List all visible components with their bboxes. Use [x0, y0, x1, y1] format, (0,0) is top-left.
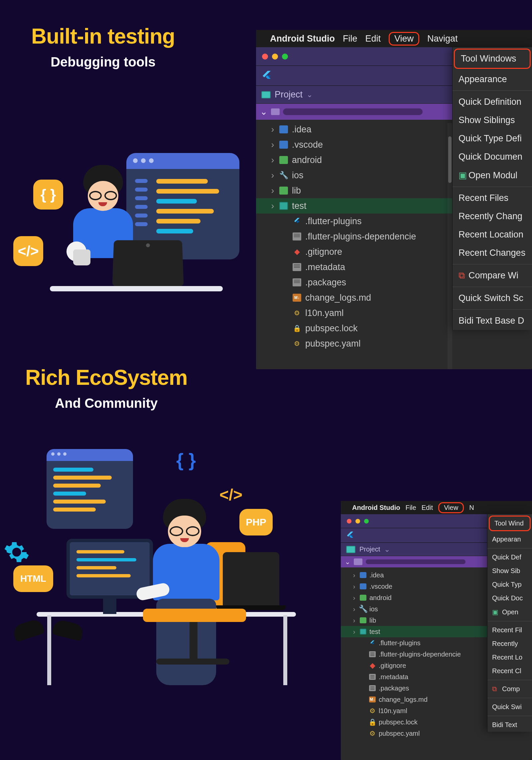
folder-icon [360, 629, 366, 635]
heading-built-in-testing: Built-in testing Debugging tools [31, 24, 175, 70]
caret-right-icon[interactable]: › [351, 605, 357, 613]
menu-item-label: Tool Windows [461, 54, 516, 64]
traffic-lights[interactable] [256, 49, 294, 64]
scrollbar[interactable] [448, 123, 452, 369]
menu-item[interactable]: ▣Open Modul [453, 166, 532, 185]
folder-icon [354, 558, 362, 565]
menubar-item-edit[interactable]: Edit [365, 34, 381, 44]
caret-right-icon[interactable]: › [270, 155, 275, 165]
menu-item[interactable]: Quick Typ [487, 578, 532, 591]
menu-item[interactable]: ⧉Comp [487, 682, 532, 696]
menu-item[interactable]: Quick Definition [453, 93, 532, 111]
menu-item[interactable]: Show Siblings [453, 111, 532, 129]
menu-item-label: Recent Location [459, 229, 523, 239]
menu-item[interactable]: ⧉Compare Wi [453, 266, 532, 285]
git-icon: ◆ [293, 248, 301, 256]
menu-item-label: Quick Def [492, 553, 521, 561]
menu-item[interactable]: Tool Wind [489, 516, 531, 531]
caret-down-icon[interactable]: ⌄ [345, 558, 350, 566]
menu-item[interactable]: Show Sib [487, 564, 532, 578]
menu-item[interactable]: Quick Def [487, 550, 532, 564]
tree-item-label: android [292, 155, 322, 165]
chevron-down-icon[interactable]: ⌄ [384, 545, 390, 554]
redacted-project-name [366, 559, 466, 564]
caret-right-icon[interactable]: › [270, 201, 275, 211]
menubar-item-n[interactable]: N [469, 504, 474, 512]
view-menu-dropdown: Tool WindAppearanQuick DefShow SibQuick … [487, 514, 532, 732]
close-icon[interactable] [262, 54, 268, 60]
menu-item[interactable]: Quick Doc [487, 591, 532, 605]
menu-item[interactable]: ▣Open [487, 605, 532, 619]
menubar-item-view[interactable]: View [438, 502, 464, 513]
menu-separator [453, 287, 532, 287]
menu-item[interactable]: Recent Location [453, 226, 532, 244]
caret-down-icon[interactable]: ⌄ [260, 106, 268, 117]
yaml-icon: ⚙ [293, 309, 301, 317]
menubar-item-navigate[interactable]: Navigat [427, 34, 458, 44]
menu-item-label: Recent Changes [459, 248, 525, 258]
folder-icon [360, 583, 366, 589]
minimize-icon[interactable] [272, 54, 278, 60]
menu-item[interactable]: Appearan [487, 532, 532, 546]
menu-item[interactable]: Recent Fil [487, 623, 532, 637]
code-lines [156, 179, 230, 233]
caret-right-icon[interactable]: › [270, 170, 275, 181]
window-dots [133, 158, 154, 163]
flutter-icon [293, 217, 301, 225]
gear-icon [3, 539, 30, 565]
menu-item[interactable]: Recent Changes [453, 244, 532, 262]
menu-item[interactable]: Quick Switch Sc [453, 289, 532, 307]
android-studio-screenshot-small: Android Studio File Edit View N Project … [341, 501, 532, 760]
tree-item-label: lib [292, 186, 301, 196]
menu-item[interactable]: Tool Windows [454, 49, 531, 69]
menu-item[interactable]: Quick Type Defi [453, 129, 532, 148]
maximize-icon[interactable] [282, 54, 288, 60]
menu-item-label: Quick Definition [459, 97, 521, 107]
minimize-icon[interactable] [355, 519, 360, 524]
menu-item-label: Recent Cl [492, 667, 521, 675]
caret-right-icon[interactable]: › [270, 124, 275, 135]
project-icon [261, 91, 271, 98]
caret-right-icon[interactable]: › [351, 628, 357, 636]
maximize-icon[interactable] [364, 519, 369, 524]
menu-item[interactable]: Appearance [453, 70, 532, 88]
menu-item[interactable]: Recently [487, 637, 532, 651]
menu-item[interactable]: Recent Cl [487, 664, 532, 678]
menu-item[interactable]: Quick Swi [487, 700, 532, 714]
menu-separator [487, 698, 532, 698]
tree-item-label: .packages [305, 277, 346, 288]
yaml-icon: ⚙ [369, 730, 376, 736]
tree-item-label: .metadata [379, 673, 408, 681]
menu-item-label: Recent Fil [492, 626, 522, 634]
menu-item[interactable]: Recent Lo [487, 651, 532, 664]
menu-item-label: Show Sib [492, 567, 520, 574]
menu-item[interactable]: Bidi Text Base D [453, 312, 532, 330]
menu-item-label: Show Siblings [459, 115, 515, 125]
menu-item[interactable]: Recent Files [453, 189, 532, 207]
menubar-item-view[interactable]: View [389, 32, 419, 46]
traffic-lights[interactable] [341, 514, 375, 528]
tree-item-label: ios [369, 605, 378, 613]
caret-right-icon[interactable]: › [270, 186, 275, 196]
module-icon: ▣ [459, 170, 467, 181]
menubar-item-file[interactable]: File [405, 504, 416, 512]
chevron-down-icon[interactable]: ⌄ [307, 90, 313, 99]
menu-item[interactable]: Recently Chang [453, 207, 532, 226]
caret-right-icon[interactable]: › [351, 571, 357, 579]
menubar-item-edit[interactable]: Edit [422, 504, 433, 512]
menu-separator [453, 187, 532, 187]
caret-right-icon[interactable]: › [351, 583, 357, 590]
tree-row[interactable]: ›⚙pubspec.yaml [256, 336, 532, 351]
wrench-icon: 🔧 [360, 606, 366, 612]
menu-item[interactable]: Quick Documen [453, 148, 532, 166]
module-icon: ▣ [492, 608, 501, 616]
caret-right-icon[interactable]: › [351, 594, 357, 602]
caret-right-icon[interactable]: › [351, 617, 357, 624]
menubar-item-file[interactable]: File [343, 34, 357, 44]
tree-item-label: pubspec.yaml [305, 339, 361, 349]
menu-item-label: Compare Wi [468, 270, 518, 280]
project-icon [346, 546, 355, 553]
menu-item[interactable]: Bidi Text [487, 718, 532, 732]
close-icon[interactable] [347, 519, 351, 524]
caret-right-icon[interactable]: › [270, 140, 275, 150]
